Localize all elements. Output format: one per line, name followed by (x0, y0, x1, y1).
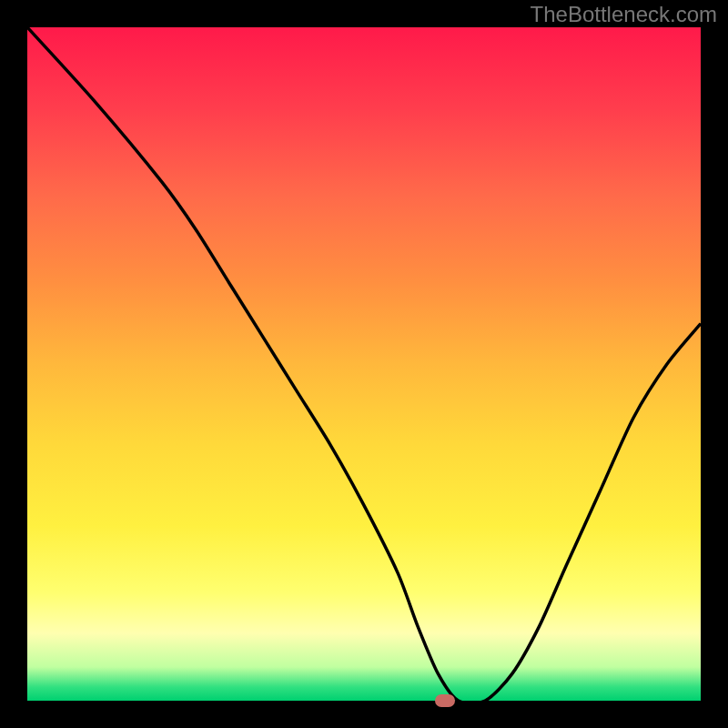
bottleneck-curve (27, 27, 701, 701)
chart-container: TheBottleneck.com (0, 0, 728, 728)
curve-svg (27, 27, 701, 701)
optimum-marker (435, 694, 455, 707)
watermark: TheBottleneck.com (531, 2, 717, 27)
plot-area (27, 27, 701, 701)
